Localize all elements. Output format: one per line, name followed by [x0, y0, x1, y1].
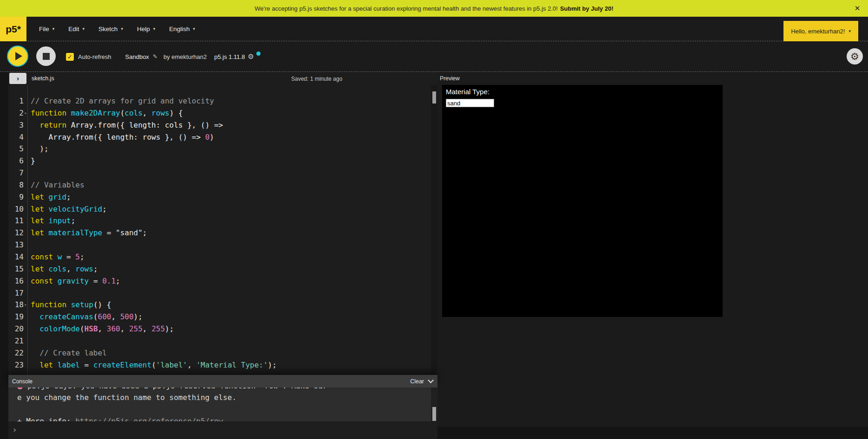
editor-scrollbar-thumb[interactable]: [432, 91, 436, 103]
sketch-toolbar: ✓ Auto-refresh Sandbox ✎ by emekturhan2 …: [0, 41, 868, 72]
line-number: 19: [8, 312, 24, 321]
chevron-down-icon: ▾: [193, 26, 195, 31]
console-collapse-icon[interactable]: [428, 377, 434, 383]
console-prompt-row[interactable]: ›: [8, 421, 437, 439]
menu-english[interactable]: English▾: [162, 17, 202, 41]
fold-arrow-icon[interactable]: ▾: [24, 303, 26, 307]
console-scrollbar[interactable]: [431, 387, 437, 421]
line-number: 1: [8, 97, 24, 105]
user-menu-button[interactable]: Hello, emekturhan2! ▾: [783, 21, 858, 41]
code-text: colorMode(HSB, 360, 255, 255);: [31, 324, 174, 333]
chevron-down-icon: ▾: [121, 26, 123, 31]
menu-file[interactable]: File▾: [32, 17, 61, 41]
code-line-16[interactable]: 16const gravity = 0.1;: [8, 277, 431, 289]
line-number: 3: [8, 121, 24, 129]
p5-logo[interactable]: p5*: [0, 17, 26, 41]
code-editor[interactable]: 1// Create 2D arrays for grid and veloci…: [8, 85, 437, 375]
code-line-2[interactable]: 2▾function make2DArray(cols, rows) {: [8, 109, 431, 121]
auto-refresh-checkbox[interactable]: ✓: [66, 53, 74, 61]
code-text: // Variables: [31, 181, 85, 189]
auto-refresh-label: Auto-refresh: [78, 53, 111, 60]
console-scrollbar-thumb[interactable]: [432, 407, 436, 421]
line-number: 12: [8, 228, 24, 237]
stop-button[interactable]: [36, 46, 56, 66]
code-line-3[interactable]: 3 return Array.from({ length: cols }, ()…: [8, 121, 431, 133]
p5-version: p5.js 1.11.8: [214, 53, 245, 60]
edit-project-name-icon[interactable]: ✎: [153, 53, 157, 60]
menu-label: English: [169, 26, 189, 32]
stop-icon: [43, 53, 50, 60]
code-line-9[interactable]: 9let grid;: [8, 193, 431, 205]
code-line-22[interactable]: 22 // Create label: [8, 349, 431, 361]
code-line-19[interactable]: 19 createCanvas(600, 500);: [8, 312, 431, 324]
code-line-10[interactable]: 10let velocityGrid;: [8, 205, 431, 217]
console-row-0: p5.js says: you have used a p5.js reserv…: [17, 387, 437, 392]
code-line-6[interactable]: 6}: [8, 156, 431, 168]
code-line-7[interactable]: 7: [8, 168, 431, 181]
line-number: 20: [8, 324, 24, 333]
fold-arrow-icon[interactable]: ▾: [24, 111, 26, 116]
code-line-14[interactable]: 14const w = 5;: [8, 252, 431, 265]
project-name: Sandbox: [125, 53, 149, 60]
line-number: 11: [8, 216, 24, 225]
console-title: Console: [12, 378, 33, 385]
code-text: createCanvas(600, 500);: [31, 312, 143, 321]
saved-status: Saved: 1 minute ago: [291, 76, 342, 82]
menu-edit[interactable]: Edit▾: [61, 17, 91, 41]
sidebar-expand-button[interactable]: ›: [9, 73, 26, 84]
editor-tab-bar: › sketch.js Saved: 1 minute ago: [8, 72, 437, 85]
menu-label: Help: [137, 26, 150, 32]
line-number: 6: [8, 156, 24, 165]
console-prompt-icon: ›: [12, 425, 17, 434]
console-header: Console Clear: [8, 375, 437, 387]
console-message-text: p5.js says: you have used a p5.js reserv…: [27, 387, 327, 390]
code-line-21[interactable]: 21: [8, 336, 431, 349]
announcement-banner: We're accepting p5.js sketches for a spe…: [0, 0, 868, 17]
tab-sketch-js[interactable]: sketch.js: [32, 75, 54, 82]
code-line-15[interactable]: 15let cols, rows;: [8, 265, 431, 277]
console-reference-link[interactable]: https://p5js.org/reference/p5/row: [75, 417, 223, 421]
version-settings-gear-icon[interactable]: ⚙: [248, 52, 254, 61]
code-line-4[interactable]: 4 Array.from({ length: rows }, () => 0): [8, 133, 431, 145]
code-text: // Create label: [31, 349, 107, 357]
material-type-label: Material Type:: [446, 88, 489, 96]
chevron-down-icon: ▾: [52, 26, 55, 31]
code-line-13[interactable]: 13: [8, 240, 431, 252]
line-number: 4: [8, 133, 24, 142]
menu-help[interactable]: Help▾: [130, 17, 162, 41]
main-area: › sketch.js Saved: 1 minute ago 1// Crea…: [0, 72, 868, 439]
code-line-5[interactable]: 5 );: [8, 144, 431, 156]
banner-close-icon[interactable]: ✕: [853, 4, 861, 13]
user-menu-label: Hello, emekturhan2!: [791, 28, 845, 35]
code-text: const w = 5;: [31, 252, 85, 261]
code-line-17[interactable]: 17: [8, 289, 431, 301]
code-text: Array.from({ length: rows }, () => 0): [31, 133, 214, 142]
material-type-input[interactable]: [446, 99, 494, 107]
console-header-actions: Clear: [410, 378, 433, 385]
preview-title: Preview: [440, 75, 460, 82]
code-line-8[interactable]: 8// Variables: [8, 181, 431, 193]
console-output[interactable]: p5.js says: you have used a p5.js reserv…: [8, 387, 437, 421]
code-text: let grid;: [31, 193, 71, 201]
editor-scrollbar[interactable]: [431, 85, 437, 375]
code-line-12[interactable]: 12let materialType = "sand";: [8, 228, 431, 240]
line-number: 16: [8, 277, 24, 285]
sketch-canvas[interactable]: Material Type:: [442, 85, 723, 317]
code-line-20[interactable]: 20 colorMode(HSB, 360, 255, 255);: [8, 324, 431, 336]
code-line-11[interactable]: 11let input;: [8, 216, 431, 228]
menu-sketch[interactable]: Sketch▾: [91, 17, 130, 41]
menu-label: Sketch: [98, 26, 117, 32]
settings-button[interactable]: ⚙: [847, 48, 863, 65]
console-row-2: [17, 404, 437, 415]
chevron-down-icon: ▾: [848, 29, 851, 33]
chevron-down-icon: ▾: [153, 26, 156, 31]
console-clear-button[interactable]: Clear: [410, 378, 424, 385]
code-line-1[interactable]: 1// Create 2D arrays for grid and veloci…: [8, 97, 431, 109]
code-line-18[interactable]: 18▾function setup() {: [8, 300, 431, 312]
play-icon: [15, 52, 22, 60]
play-button[interactable]: [7, 45, 28, 67]
line-number: 2: [8, 109, 24, 117]
code-text: function make2DArray(cols, rows) {: [31, 109, 183, 117]
line-number: 18: [8, 300, 24, 309]
code-line-23[interactable]: 23 let label = createElement('label', 'M…: [8, 361, 431, 373]
